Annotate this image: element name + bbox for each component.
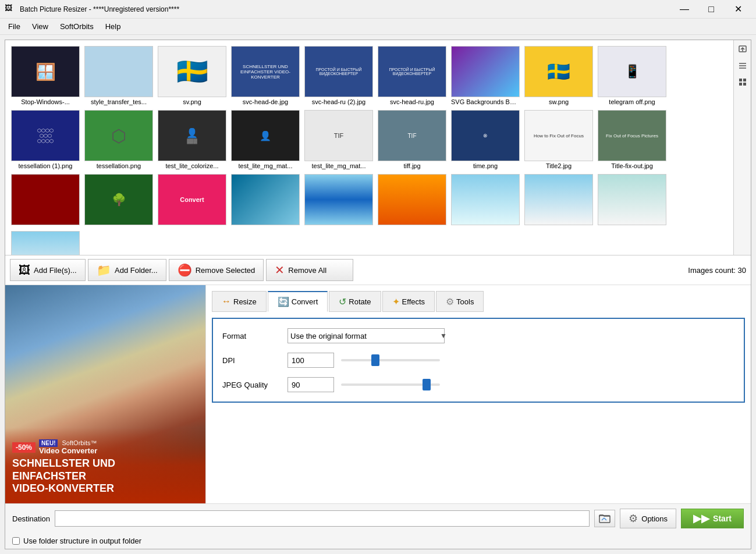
tab-rotate[interactable]: ↺ Rotate [329,291,381,312]
list-item[interactable]: style_transfer_tes... [83,45,154,106]
list-item[interactable]: 👤 test_lite_mg_mat... [230,109,301,171]
list-item[interactable]: 👤▓▓▓ test_lite_colorize... [157,109,228,171]
menu-file[interactable]: File [2,20,26,33]
list-item[interactable]: ⊗ time.png [450,109,521,171]
maximize-button[interactable]: □ [698,0,725,19]
menu-help[interactable]: Help [100,20,127,33]
format-select[interactable]: Use the original format JPEG PNG BMP GIF… [288,328,445,343]
thumbnail: 🇸🇪 [158,46,226,97]
list-view-icon[interactable] [736,59,750,73]
start-button[interactable]: ▶▶ Start [681,509,744,528]
list-item[interactable] [303,173,374,228]
list-item[interactable] [10,230,81,255]
menu-view[interactable]: View [26,20,54,33]
svg-rect-8 [743,83,746,86]
thumbnail: 🇸🇪 [524,46,593,97]
tab-tools[interactable]: ⚙ Tools [436,291,484,312]
tab-convert[interactable]: 🔄 Convert [268,291,328,312]
list-item[interactable]: Fix Out of Focus Pictures Title-fix-out.… [597,109,668,171]
tab-tools-label: Tools [456,297,474,306]
list-item[interactable] [377,173,448,228]
destination-browse-button[interactable] [594,510,615,527]
tab-resize[interactable]: ↔ Resize [212,291,267,312]
list-item[interactable]: 🌳 [83,173,154,228]
convert-tab-icon: 🔄 [278,296,289,307]
thumbnail: SCHNELLSTER UND EINFACHSTER VIDEO-KONVER… [231,46,300,97]
thumbnail [451,46,520,97]
options-button[interactable]: ⚙ Options [620,509,676,528]
list-item[interactable]: ⬡ tessellation.png [83,109,154,171]
list-item[interactable]: ⬡⬡⬡⬡⬡⬡⬡⬡⬡⬡⬡ tessellation (1).png [10,109,81,171]
resize-tab-icon: ↔ [222,296,231,307]
list-item[interactable]: 🇸🇪 sv.png [157,45,228,106]
thumbnail [378,174,446,225]
list-item[interactable]: Convert [157,173,228,228]
rotate-tab-icon: ↺ [339,296,346,307]
list-item[interactable]: ПРОСТОЙ И БЫСТРЫЙ ВИДЕОКОНВЕРТЕР svc-hea… [303,45,374,106]
add-folder-button[interactable]: 📁 Add Folder... [88,259,166,281]
thumbnail: ⬡ [84,110,153,161]
tab-effects[interactable]: ✦ Effects [382,291,435,312]
menubar: File View SoftOrbits Help [0,19,756,35]
gallery-scroll[interactable]: 🪟 Stop-Windows-... style_transfer_tes...… [5,40,733,255]
folder-structure-label: Use folder structure in output folder [23,537,141,545]
jpeg-quality-slider[interactable] [341,383,440,386]
content-area: -50% NEU! SoftOrbits™ Video Converter SC… [5,285,751,503]
destination-input[interactable] [55,510,590,527]
remove-selected-button[interactable]: ⛔ Remove Selected [169,259,264,281]
list-item[interactable]: SVG Backgrounds Background coll... [450,45,521,106]
settings-panel: ↔ Resize 🔄 Convert ↺ Rotate ✦ Effects ⚙ [206,285,751,503]
start-label: Start [713,514,732,523]
thumbnail: 👤▓▓▓ [158,110,226,161]
tab-convert-label: Convert [292,297,318,306]
list-item[interactable]: ПРОСТОЙ И БЫСТРЫЙ ВИДЕОКОНВЕРТЕР svc-hea… [377,45,448,106]
list-item[interactable]: SCHNELLSTER UND EINFACHSTER VIDEO-KONVER… [230,45,301,106]
thumbnail [451,174,520,225]
effects-tab-icon: ✦ [392,296,400,307]
dpi-label: DPI [222,356,281,365]
list-item[interactable]: TIF tiff.jpg [377,109,448,171]
thumb-label: style_transfer_tes... [91,98,147,105]
dpi-slider[interactable] [341,359,440,361]
options-label: Options [641,514,668,523]
minimize-button[interactable]: — [671,0,698,19]
add-files-button[interactable]: 🖼 Add File(s)... [10,259,86,281]
thumb-label: Stop-Windows-... [21,98,70,105]
thumbnail: Convert [158,174,226,225]
jpeg-quality-input[interactable] [288,377,334,392]
convert-settings-box: Format Use the original format JPEG PNG … [212,318,745,403]
format-row: Format Use the original format JPEG PNG … [222,328,734,343]
close-button[interactable]: ✕ [725,0,751,19]
list-item[interactable]: 🪟 Stop-Windows-... [10,45,81,106]
thumb-label: sw.png [549,98,569,105]
destination-label: Destination [12,514,50,523]
list-item[interactable]: TIF test_lite_mg_mat... [303,109,374,171]
remove-all-button[interactable]: ✕ Remove All [266,259,353,281]
thumbnail: How to Fix Out of Focus [524,110,593,161]
tab-rotate-label: Rotate [349,297,371,306]
list-item[interactable] [230,173,301,228]
list-item[interactable]: 🇸🇪 sw.png [523,45,594,106]
folder-icon [599,513,611,524]
preview-brand-new: NEU! SoftOrbits™ Video Converter [39,439,97,455]
thumbnail: TIF [378,110,446,161]
dpi-input[interactable] [288,353,334,368]
list-item[interactable] [10,173,81,228]
thumb-label: tiff.jpg [403,162,420,169]
list-item[interactable] [523,173,594,228]
list-item[interactable]: How to Fix Out of Focus Title2.jpg [523,109,594,171]
list-item[interactable] [597,173,668,228]
list-item[interactable]: 📱 telegram off.png [597,45,668,106]
add-image-icon[interactable] [736,42,750,56]
thumbnail: 📱 [598,46,666,97]
thumbnail [84,46,153,97]
thumbnail [11,231,80,255]
jpeg-quality-row: JPEG Quality [222,377,734,392]
thumbnail [11,174,80,225]
menu-softorbits[interactable]: SoftOrbits [54,20,100,33]
grid-view-icon[interactable] [736,75,750,89]
list-item[interactable] [450,173,521,228]
action-toolbar: 🖼 Add File(s)... 📁 Add Folder... ⛔ Remov… [5,255,751,285]
folder-structure-checkbox[interactable] [12,537,20,545]
thumbnail: Fix Out of Focus Pictures [598,110,666,161]
